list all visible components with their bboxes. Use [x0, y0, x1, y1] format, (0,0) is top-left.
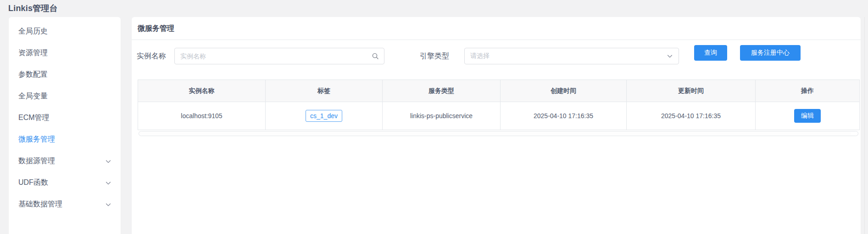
query-button[interactable]: 查询	[694, 45, 727, 61]
sidebar-item-resource-management[interactable]: 资源管理	[9, 42, 121, 64]
sidebar-item-label: 全局历史	[18, 27, 48, 36]
column-header-created: 创建时间	[501, 80, 627, 102]
instance-name-input-wrapper	[174, 48, 384, 64]
tag-badge: cs_1_dev	[306, 110, 342, 122]
engine-type-select[interactable]: 请选择	[464, 48, 679, 64]
table-row: localhost:9105 cs_1_dev linkis-ps-public…	[138, 102, 860, 130]
chevron-down-icon	[105, 201, 111, 208]
table-header-row: 实例名称 标签 服务类型 创建时间 更新时间 操作	[138, 80, 860, 102]
main-panel: 微服务管理 实例名称 引擎类型 请选择 查询 服务注册中心 实例名称 标签 服务…	[132, 17, 861, 234]
sidebar-item-label: 全局变量	[18, 91, 48, 101]
cell-created: 2025-04-10 17:16:35	[501, 102, 627, 130]
sidebar-item-global-history[interactable]: 全局历史	[9, 21, 121, 42]
column-header-tags: 标签	[266, 80, 383, 102]
table-horizontal-scrollbar[interactable]	[139, 131, 858, 136]
sidebar-item-label: 基础数据管理	[18, 200, 62, 209]
sidebar-item-ecm-management[interactable]: ECM管理	[9, 107, 121, 129]
sidebar-item-label: 微服务管理	[18, 135, 55, 144]
edit-button[interactable]: 编辑	[794, 109, 821, 123]
column-header-instance: 实例名称	[138, 80, 266, 102]
cell-updated: 2025-04-10 17:16:35	[627, 102, 756, 130]
page-vertical-scrollbar[interactable]	[864, 17, 865, 234]
cell-actions: 编辑	[756, 102, 860, 130]
scrollbar-thumb[interactable]	[139, 132, 851, 135]
column-header-service-type: 服务类型	[383, 80, 501, 102]
sidebar-item-label: UDF函数	[18, 178, 48, 188]
engine-type-placeholder: 请选择	[470, 52, 490, 60]
app-title: Linkis管理台	[8, 3, 58, 14]
sidebar-item-parameter-config[interactable]: 参数配置	[9, 64, 121, 86]
microservice-table: 实例名称 标签 服务类型 创建时间 更新时间 操作 localhost:9105…	[138, 80, 859, 130]
sidebar-item-udf-functions[interactable]: UDF函数	[9, 172, 121, 194]
search-icon	[371, 52, 379, 62]
instance-name-label: 实例名称	[137, 48, 166, 64]
sidebar-item-basic-data-management[interactable]: 基础数据管理	[9, 194, 121, 215]
sidebar-item-global-variables[interactable]: 全局变量	[9, 86, 121, 107]
service-registry-button[interactable]: 服务注册中心	[740, 45, 801, 61]
sidebar-item-label: ECM管理	[18, 113, 50, 123]
page-title: 微服务管理	[138, 24, 174, 32]
sidebar: 全局历史 资源管理 参数配置 全局变量 ECM管理 微服务管理 数据源管理 UD…	[9, 17, 121, 234]
sidebar-item-label: 参数配置	[18, 70, 48, 80]
cell-tags: cs_1_dev	[266, 102, 383, 130]
sidebar-item-datasource-management[interactable]: 数据源管理	[9, 150, 121, 172]
chevron-down-icon	[105, 180, 111, 186]
cell-instance: localhost:9105	[138, 102, 266, 130]
sidebar-item-microservice-management[interactable]: 微服务管理	[9, 129, 121, 150]
panel-header: 微服务管理	[132, 17, 861, 40]
instance-name-input[interactable]	[175, 48, 384, 64]
engine-type-label: 引擎类型	[420, 48, 449, 64]
chevron-down-icon	[667, 53, 673, 59]
column-header-actions: 操作	[756, 80, 860, 102]
sidebar-item-label: 数据源管理	[18, 156, 55, 166]
column-header-updated: 更新时间	[627, 80, 756, 102]
cell-service-type: linkis-ps-publicservice	[383, 102, 501, 130]
sidebar-item-label: 资源管理	[18, 48, 48, 58]
chevron-down-icon	[105, 158, 111, 165]
